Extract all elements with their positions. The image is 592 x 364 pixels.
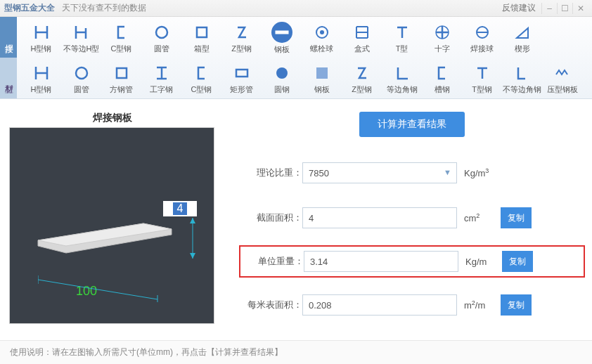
- tool-label: 钢板: [314, 84, 330, 95]
- copy-surface-button[interactable]: 复制: [501, 294, 532, 316]
- caoshi-icon: [432, 63, 452, 83]
- toolbar: 焊接 型材 H型钢不等边H型C型钢圆管箱型Z型钢钢板螺栓球盒式T型十字焊接球楔形…: [0, 17, 592, 99]
- dim-line-thickness: [188, 218, 202, 267]
- tool-txing2[interactable]: T型钢: [463, 60, 501, 97]
- shizi-icon: [432, 22, 452, 42]
- tool-zxing2[interactable]: Z型钢: [342, 60, 381, 97]
- tool-hxing2[interactable]: H型钢: [22, 60, 60, 97]
- input-area[interactable]: [302, 207, 457, 228]
- svg-point-0: [156, 27, 167, 38]
- budengh-icon: [72, 22, 91, 42]
- tool-budengbian[interactable]: 不等边角钢: [503, 60, 541, 97]
- tool-cxing2[interactable]: C型钢: [182, 60, 221, 97]
- copy-area-button[interactable]: 复制: [501, 207, 532, 228]
- svg-rect-1: [197, 27, 207, 37]
- label-density: 理论比重：: [242, 167, 302, 179]
- fangguan-icon: [112, 63, 131, 83]
- tool-label: 工字钢: [150, 84, 173, 95]
- diagram-title: 焊接钢板: [7, 112, 218, 124]
- tool-gongzi[interactable]: 工字钢: [142, 60, 181, 97]
- unit-density: Kg/m3: [457, 167, 496, 178]
- tool-yuanguan2[interactable]: 圆管: [62, 60, 101, 97]
- xiangxing-icon: [192, 22, 212, 42]
- tool-luoshuan[interactable]: 螺栓球: [302, 20, 341, 56]
- tool-row-profile: H型钢圆管方钢管工字钢C型钢矩形管圆钢钢板Z型钢等边角钢槽钢T型钢不等边角钢压型…: [17, 58, 592, 98]
- tool-label: C型钢: [191, 84, 212, 95]
- tool-label: 圆钢: [274, 84, 290, 95]
- svg-point-12: [276, 67, 288, 79]
- left-panel: 焊接钢板 4 100: [7, 112, 218, 344]
- close-icon[interactable]: ✕: [572, 3, 588, 14]
- side-tab-weld[interactable]: 焊接: [0, 17, 17, 58]
- tool-juxing[interactable]: 矩形管: [222, 60, 261, 97]
- tool-txing[interactable]: T型: [382, 20, 421, 56]
- tool-label: 焊接球: [470, 44, 494, 54]
- input-unit-weight[interactable]: [304, 251, 458, 272]
- svg-rect-13: [316, 67, 328, 79]
- input-density[interactable]: [302, 162, 457, 183]
- tool-label: 楔形: [515, 44, 530, 54]
- titlebar: 型钢五金大全 天下没有查不到的数据 反馈建议 – ☐ ✕: [0, 0, 592, 17]
- tool-label: T型: [396, 44, 408, 54]
- tool-zxing[interactable]: Z型钢: [222, 20, 261, 56]
- tool-yuangang[interactable]: 圆钢: [262, 60, 301, 97]
- label-unit-weight: 单位重量：: [243, 255, 304, 268]
- feedback-link[interactable]: 反馈建议: [502, 2, 536, 14]
- hxing-icon: [32, 22, 51, 42]
- svg-marker-8: [517, 28, 528, 38]
- tool-xiexing[interactable]: 楔形: [503, 20, 541, 56]
- tool-hanjieqiu[interactable]: 焊接球: [463, 20, 501, 56]
- input-surface[interactable]: [302, 294, 457, 316]
- tool-gangban2[interactable]: 钢板: [302, 60, 341, 97]
- app-slogan: 天下没有查不到的数据: [62, 2, 146, 14]
- tool-cxing[interactable]: C型钢: [102, 20, 141, 56]
- svg-rect-10: [117, 68, 127, 78]
- tool-label: 盒式: [354, 44, 370, 54]
- tool-label: H型钢: [31, 44, 52, 54]
- label-surface: 每米表面积：: [242, 299, 302, 311]
- dengbian-icon: [392, 63, 412, 83]
- hxing2-icon: [32, 63, 51, 83]
- right-panel: 计算并查看结果 理论比重： ▼ Kg/m3 截面面积： cm2 复制 单位重量：…: [218, 112, 585, 344]
- cxing2-icon: [192, 63, 212, 83]
- tool-yaxing[interactable]: 压型钢板: [543, 60, 581, 97]
- svg-marker-20: [190, 218, 195, 223]
- tool-budengh[interactable]: 不等边H型: [62, 20, 101, 56]
- tool-shizi[interactable]: 十字: [423, 20, 461, 56]
- dropdown-arrow-icon[interactable]: ▼: [444, 168, 451, 176]
- luoshuan-icon: [312, 22, 332, 42]
- xiexing-icon: [513, 22, 532, 42]
- tool-label: 槽钢: [435, 84, 450, 95]
- gangban2-icon: [312, 63, 332, 83]
- tool-label: 螺栓球: [310, 44, 333, 54]
- tool-gangban[interactable]: 钢板: [262, 20, 301, 56]
- diagram: 4 100: [9, 127, 214, 324]
- yuanguan2-icon: [72, 63, 91, 83]
- copy-unit-weight-button[interactable]: 复制: [502, 251, 533, 272]
- calculate-button[interactable]: 计算并查看结果: [359, 112, 465, 137]
- tool-label: 不等边H型: [63, 44, 100, 54]
- tool-xiangxing[interactable]: 箱型: [182, 20, 221, 56]
- tool-label: T型钢: [472, 84, 492, 95]
- svg-rect-2: [276, 31, 288, 34]
- tool-dengbian[interactable]: 等边角钢: [382, 60, 421, 97]
- row-area: 截面面积： cm2 复制: [239, 203, 585, 233]
- maximize-icon[interactable]: ☐: [557, 3, 572, 14]
- juxing-icon: [232, 63, 252, 83]
- tool-fangguan[interactable]: 方钢管: [102, 60, 141, 97]
- unit-unit-weight: Kg/m: [458, 256, 498, 267]
- unit-area: cm2: [457, 212, 496, 223]
- tool-caoshi[interactable]: 槽钢: [423, 60, 461, 97]
- tool-hxing[interactable]: H型钢: [22, 20, 60, 56]
- yuanguan-icon: [152, 22, 172, 42]
- unit-surface: m2/m: [457, 299, 496, 311]
- dim-thickness-input[interactable]: 4: [163, 201, 197, 216]
- side-tab-profile[interactable]: 型材: [0, 58, 17, 98]
- tool-label: 方钢管: [110, 84, 133, 95]
- tool-heshi[interactable]: 盒式: [342, 20, 381, 56]
- row-density: 理论比重： ▼ Kg/m3: [239, 158, 585, 188]
- tool-yuanguan[interactable]: 圆管: [142, 20, 181, 56]
- txing2-icon: [472, 63, 492, 83]
- minimize-icon[interactable]: –: [541, 3, 557, 14]
- tool-label: 箱型: [194, 44, 210, 54]
